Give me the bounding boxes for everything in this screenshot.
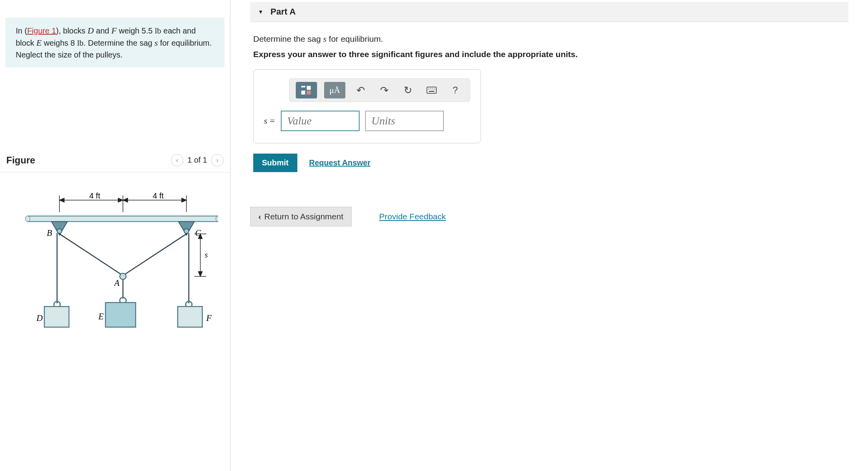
submit-button[interactable]: Submit [253, 154, 297, 172]
svg-point-38 [434, 89, 435, 89]
figure-title: Figure [6, 155, 35, 166]
submit-row: Submit Request Answer [253, 154, 845, 172]
svg-rect-27 [106, 302, 136, 327]
return-to-assignment-button[interactable]: ‹ Return to Assignment [250, 207, 352, 226]
svg-rect-34 [427, 87, 436, 93]
svg-marker-23 [198, 271, 202, 276]
figure-link[interactable]: Figure 1 [27, 26, 56, 35]
svg-marker-7 [123, 198, 128, 202]
right-panel: ▼ Part A Determine the sag s for equilib… [230, 0, 868, 471]
ring-a [120, 273, 126, 279]
part-header[interactable]: ▼ Part A [250, 2, 848, 22]
svg-point-10 [25, 216, 30, 221]
answer-box: μÅ ↶ ↷ ↻ ? s = [253, 69, 481, 143]
problem-statement: In (Figure 1), blocks D and F weigh 5.5 … [6, 18, 224, 67]
svg-rect-33 [301, 86, 305, 87]
pulley-b [52, 221, 67, 235]
value-input[interactable] [281, 111, 360, 131]
problem-text: In ( [16, 26, 27, 35]
templates-button[interactable] [296, 82, 317, 98]
greek-symbols-button[interactable]: μÅ [324, 82, 345, 98]
label-d: D [36, 313, 43, 323]
svg-point-37 [432, 89, 433, 89]
part-label: Part A [271, 7, 296, 17]
svg-line-14 [59, 234, 123, 275]
question-text: Determine the sag s for equilibrium. [253, 34, 845, 44]
svg-rect-39 [429, 91, 434, 92]
figure-pager: ‹ 1 of 1 › [171, 154, 224, 167]
units-input[interactable] [365, 111, 444, 131]
svg-point-35 [428, 89, 429, 89]
footer-row: ‹ Return to Assignment Provide Feedback [250, 207, 848, 226]
variable-label: s = [264, 116, 275, 126]
block-d [45, 301, 69, 327]
part-body: Determine the sag s for equilibrium. Exp… [250, 22, 848, 187]
label-b: B [47, 228, 52, 238]
svg-rect-9 [28, 216, 218, 221]
svg-rect-32 [307, 91, 311, 95]
answer-toolbar: μÅ ↶ ↷ ↻ ? [289, 78, 470, 102]
svg-point-36 [430, 89, 431, 89]
dim-label-s: s [205, 250, 208, 259]
keyboard-icon [427, 87, 437, 94]
pager-next-button[interactable]: › [211, 154, 224, 167]
dim-label-1: 4 ft [89, 191, 100, 200]
provide-feedback-link[interactable]: Provide Feedback [379, 212, 446, 221]
chevron-left-icon: ‹ [258, 212, 261, 221]
left-panel: In (Figure 1), blocks D and F weigh 5.5 … [0, 0, 230, 471]
pulley-c [178, 221, 194, 235]
figure-header: Figure ‹ 1 of 1 › [0, 154, 230, 172]
request-answer-link[interactable]: Request Answer [309, 158, 371, 167]
svg-marker-8 [182, 198, 186, 202]
svg-rect-30 [301, 91, 305, 95]
return-label: Return to Assignment [264, 212, 343, 221]
dim-label-2: 4 ft [153, 191, 164, 200]
pager-prev-button[interactable]: ‹ [171, 154, 184, 167]
answer-input-row: s = [264, 111, 470, 131]
keyboard-button[interactable] [423, 82, 440, 98]
label-c: C [195, 228, 201, 238]
svg-marker-5 [59, 198, 64, 202]
collapse-triangle-icon: ▼ [258, 9, 263, 15]
label-f: F [206, 313, 212, 323]
svg-rect-29 [178, 306, 202, 327]
redo-button[interactable]: ↷ [376, 82, 393, 98]
pager-text: 1 of 1 [187, 156, 207, 165]
block-e [106, 297, 136, 327]
templates-icon [300, 85, 312, 95]
svg-rect-31 [307, 86, 311, 90]
label-a: A [113, 278, 120, 287]
svg-line-15 [123, 234, 186, 275]
diagram-svg: 4 ft 4 ft [12, 188, 218, 339]
help-button[interactable]: ? [447, 82, 464, 98]
svg-point-13 [184, 228, 189, 233]
reset-button[interactable]: ↻ [400, 82, 416, 98]
block-f [178, 301, 202, 327]
figure-diagram: 4 ft 4 ft [0, 172, 230, 346]
label-e: E [98, 311, 104, 321]
svg-rect-25 [45, 306, 69, 327]
undo-button[interactable]: ↶ [352, 82, 369, 98]
svg-point-12 [57, 228, 62, 233]
instruction-text: Express your answer to three significant… [253, 50, 845, 59]
